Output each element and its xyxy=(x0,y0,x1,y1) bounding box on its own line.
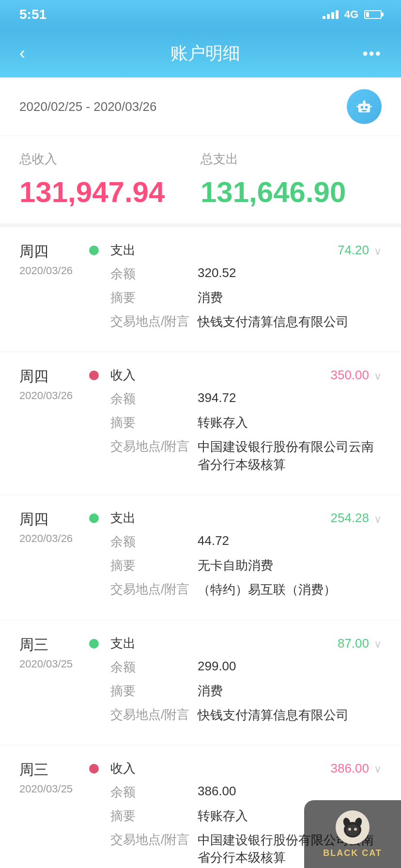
transaction-item[interactable]: 周四 2020/03/26 收入 350.00 ∨ 余额 394.72 xyxy=(0,352,401,495)
tx-location-label: 交易地点/附言 xyxy=(110,581,198,598)
tx-details: 支出 87.00 ∨ 余额 299.00 摘要 消费 交易地点/附言 快钱支付清 xyxy=(110,635,382,730)
tx-location-row: 交易地点/附言 快钱支付清算信息有限公司 xyxy=(110,706,382,724)
tx-date: 周四 2020/03/26 xyxy=(19,367,77,480)
tx-location-value: （特约）易互联（消费） xyxy=(198,581,382,598)
battery-icon xyxy=(364,10,382,19)
chevron-down-icon: ∨ xyxy=(374,513,382,526)
tx-dot-icon xyxy=(89,371,99,380)
signal-bars-icon xyxy=(323,10,339,19)
transaction-item[interactable]: 周四 2020/03/26 支出 74.20 ∨ 余额 320.52 xyxy=(0,227,401,352)
tx-type-label: 收入 xyxy=(110,367,136,384)
tx-location-row: 交易地点/附言 中国建设银行股份有限公司云南省分行本级核算 xyxy=(110,438,382,473)
tx-summary-row: 摘要 无卡自助消费 xyxy=(110,557,382,574)
tx-amount: 74.20 xyxy=(338,243,369,258)
tx-type-row: 支出 254.28 ∨ xyxy=(110,510,382,527)
tx-balance-value: 320.52 xyxy=(198,265,382,280)
chevron-down-icon: ∨ xyxy=(374,763,382,775)
transaction-item[interactable]: 周四 2020/03/26 支出 254.28 ∨ 余额 44.72 xyxy=(0,495,401,620)
tx-summary-row: 摘要 消费 xyxy=(110,289,382,306)
tx-location-label: 交易地点/附言 xyxy=(110,831,198,848)
tx-dot-col xyxy=(89,635,99,730)
date-range-text: 2020/02/25 - 2020/03/26 xyxy=(19,99,156,114)
tx-dot-icon xyxy=(89,513,99,523)
tx-summary-label: 摘要 xyxy=(110,807,198,824)
svg-rect-2 xyxy=(365,106,368,108)
tx-amount: 386.00 xyxy=(330,761,369,776)
status-time: 5:51 xyxy=(19,7,46,22)
more-button[interactable]: ••• xyxy=(362,45,382,62)
watermark: BLACK CAT xyxy=(304,800,401,868)
tx-location-value: 中国建设银行股份有限公司云南省分行本级核算 xyxy=(198,438,382,473)
watermark-logo xyxy=(336,810,370,844)
tx-summary-label: 摘要 xyxy=(110,682,198,699)
tx-type-label: 支出 xyxy=(110,242,136,259)
tx-dot-col xyxy=(89,510,99,605)
tx-balance-label: 余额 xyxy=(110,265,198,282)
tx-dot-icon xyxy=(89,246,99,255)
back-button[interactable]: ‹ xyxy=(19,43,48,63)
tx-balance-row: 余额 320.52 xyxy=(110,265,382,282)
tx-balance-row: 余额 299.00 xyxy=(110,659,382,676)
tx-summary-row: 摘要 转账存入 xyxy=(110,414,382,431)
chevron-down-icon: ∨ xyxy=(374,245,382,258)
tx-details: 支出 254.28 ∨ 余额 44.72 摘要 无卡自助消费 交易地点/附言 （ xyxy=(110,510,382,605)
expense-summary: 总支出 131,646.90 xyxy=(200,151,382,209)
tx-summary-value: 消费 xyxy=(198,289,382,306)
tx-balance-value: 44.72 xyxy=(198,533,382,548)
tx-balance-row: 余额 44.72 xyxy=(110,533,382,550)
tx-location-row: 交易地点/附言 快钱支付清算信息有限公司 xyxy=(110,313,382,330)
watermark-text: BLACK CAT xyxy=(323,848,382,858)
tx-balance-label: 余额 xyxy=(110,390,198,407)
svg-point-12 xyxy=(348,828,351,831)
tx-type-label: 支出 xyxy=(110,635,136,652)
tx-dot-col xyxy=(89,760,99,868)
tx-amount: 350.00 xyxy=(330,368,369,383)
tx-date: 周三 2020/03/25 xyxy=(19,635,77,730)
tx-details: 支出 74.20 ∨ 余额 320.52 摘要 消费 交易地点/附言 快钱支付清 xyxy=(110,242,382,337)
robot-button[interactable] xyxy=(347,89,382,124)
tx-type-row: 收入 350.00 ∨ xyxy=(110,367,382,384)
tx-dot-col xyxy=(89,242,99,337)
tx-balance-row: 余额 386.00 xyxy=(110,784,382,801)
tx-details: 收入 350.00 ∨ 余额 394.72 摘要 转账存入 交易地点/附言 中国 xyxy=(110,367,382,480)
date-range-bar: 2020/02/25 - 2020/03/26 xyxy=(0,78,401,136)
tx-type-label: 收入 xyxy=(110,760,136,777)
tx-balance-value: 394.72 xyxy=(198,390,382,405)
transaction-list: 周四 2020/03/26 支出 74.20 ∨ 余额 320.52 xyxy=(0,227,401,868)
tx-location-label: 交易地点/附言 xyxy=(110,313,198,330)
tx-amount: 87.00 xyxy=(338,636,369,651)
battery-fill xyxy=(366,12,369,17)
tx-summary-row: 摘要 消费 xyxy=(110,682,382,699)
tx-type-label: 支出 xyxy=(110,510,136,527)
cat-icon xyxy=(338,813,367,842)
tx-location-label: 交易地点/附言 xyxy=(110,438,198,455)
tx-balance-label: 余额 xyxy=(110,659,198,676)
chevron-down-icon: ∨ xyxy=(374,370,382,383)
tx-dot-col xyxy=(89,367,99,480)
tx-balance-label: 余额 xyxy=(110,533,198,550)
signal-4g-icon: 4G xyxy=(344,8,358,21)
income-amount: 131,947.94 xyxy=(19,175,200,209)
chevron-down-icon: ∨ xyxy=(374,638,382,651)
tx-type-row: 支出 74.20 ∨ xyxy=(110,242,382,259)
tx-summary-label: 摘要 xyxy=(110,557,198,574)
tx-location-row: 交易地点/附言 （特约）易互联（消费） xyxy=(110,581,382,598)
tx-dot-icon xyxy=(89,764,99,774)
transaction-item[interactable]: 周三 2020/03/25 支出 87.00 ∨ 余额 299.00 xyxy=(0,620,401,745)
tx-summary-label: 摘要 xyxy=(110,414,198,431)
tx-balance-label: 余额 xyxy=(110,784,198,801)
svg-rect-1 xyxy=(361,106,363,108)
tx-location-value: 快钱支付清算信息有限公司 xyxy=(198,313,382,330)
page-title: 账户明细 xyxy=(170,42,240,65)
tx-type-row: 收入 386.00 ∨ xyxy=(110,760,382,777)
tx-balance-value: 299.00 xyxy=(198,659,382,674)
tx-balance-row: 余额 394.72 xyxy=(110,390,382,407)
tx-location-value: 快钱支付清算信息有限公司 xyxy=(198,706,382,724)
expense-amount: 131,646.90 xyxy=(200,175,382,209)
status-bar: 5:51 4G xyxy=(0,0,401,29)
tx-summary-value: 消费 xyxy=(198,682,382,699)
tx-type-row: 支出 87.00 ∨ xyxy=(110,635,382,652)
svg-point-4 xyxy=(363,100,365,102)
tx-summary-label: 摘要 xyxy=(110,289,198,306)
status-icons: 4G xyxy=(323,8,382,21)
